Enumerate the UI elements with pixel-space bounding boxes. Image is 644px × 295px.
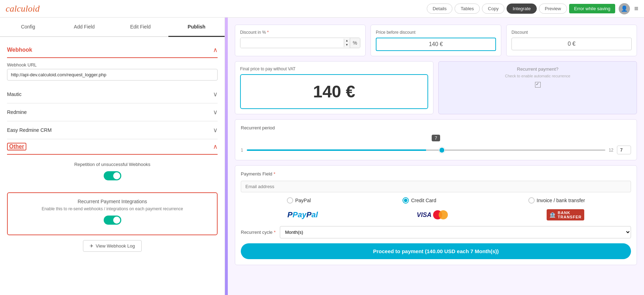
email-input[interactable] [241,181,631,192]
cycle-select[interactable]: Month(s) [280,226,631,238]
webhook-title: Webhook [7,47,32,53]
tables-button[interactable]: Tables [455,4,480,14]
recurrent-payment-box: Recurrent payment? Check to enable autom… [438,61,637,114]
main-layout: Config Add Field Edit Field Publish Webh… [0,18,644,295]
recurrent-toggle-wrap [13,216,211,225]
error-saving-button[interactable]: Error while saving [569,4,615,13]
payments-section: Payments Field * PayPal Credit Card Invo… [235,165,637,265]
payment-methods: PayPal Credit Card Invoice / bank transf… [241,197,631,204]
easy-redmine-label: Easy Redmine CRM [7,127,52,133]
recurrent-cycle-label: Recurrent cycle * [241,230,276,235]
copy-button[interactable]: Copy [482,4,504,14]
top-fields-row: Discount in % * ▲▼ % Price before discou… [235,25,637,56]
invoice-label: Invoice / bank transfer [537,198,585,203]
webhook-url-label: Webhook URL [7,62,218,68]
tabs-row: Config Add Field Edit Field Publish [0,18,225,37]
repetition-toggle-wrap [7,171,218,180]
other-section-header[interactable]: Other ∧ [7,139,218,155]
invoice-method[interactable]: Invoice / bank transfer [528,197,585,204]
tab-publish[interactable]: Publish [168,18,225,37]
recurrent-period-label: Recurrent period [241,125,631,130]
final-price-value: 140 € [240,74,428,109]
tab-add-field[interactable]: Add Field [56,18,112,37]
integrate-button[interactable]: Integrate [507,4,536,14]
easy-redmine-row[interactable]: Easy Redmine CRM ∨ [7,121,218,139]
discount-pct-spinner[interactable]: ▲▼ [344,39,350,47]
paypal-method[interactable]: PayPal [287,197,311,204]
other-chevron-up: ∧ [213,143,218,150]
price-before-label: Price before discount [376,30,496,35]
purple-divider [225,18,228,295]
recurrent-checkbox[interactable] [535,82,541,88]
webhook-url-input[interactable] [7,69,218,81]
details-button[interactable]: Details [427,4,453,14]
mautic-row[interactable]: Mautic ∨ [7,85,218,103]
discount-pct-box: Discount in % * ▲▼ % [235,25,366,56]
mid-fields-row: Final price to pay without VAT 140 € Rec… [235,61,637,114]
visa-text: VISA [417,211,431,219]
recurrent-box-desc: Enable this to re-send webhooks / integr… [13,206,211,211]
mc-orange-circle [439,210,448,219]
recurrent-period-section: Recurrent period 7 1 12 [235,119,637,160]
webhook-log-label: View Webhook Log [96,243,135,249]
payments-label: Payments Field * [241,171,631,177]
redmine-label: Redmine [7,109,27,115]
slider-max: 12 [609,148,613,153]
discount-box: Discount 0 € [506,25,637,56]
credit-card-radio[interactable] [402,197,409,204]
price-before-value: 140 € [376,38,496,51]
left-panel: Config Add Field Edit Field Publish Webh… [0,18,225,295]
invoice-radio[interactable] [528,197,535,204]
webhook-log-button[interactable]: ✈ View Webhook Log [83,240,142,252]
menu-icon[interactable]: ≡ [634,5,638,13]
app-logo: calculoid [6,4,40,14]
bank-icon: 🏦 [549,212,556,218]
discount-pct-input-row: ▲▼ % [240,38,360,48]
slider-value-badge: 7 [432,135,440,141]
recurrent-toggle[interactable] [104,216,121,225]
slider-row: 1 12 [241,146,631,154]
credit-card-method[interactable]: Credit Card [402,197,436,204]
repetition-toggle[interactable] [104,171,121,180]
webhook-section-header[interactable]: Webhook ∧ [7,43,218,58]
paypal-radio[interactable] [287,197,293,204]
mc-circles [433,210,448,219]
recurrent-period-slider[interactable] [247,149,605,151]
webhook-chevron-up: ∧ [213,46,218,54]
tab-config[interactable]: Config [0,18,56,37]
left-content: Webhook ∧ Webhook URL Mautic ∨ Redmine ∨… [0,37,225,261]
redmine-row[interactable]: Redmine ∨ [7,103,218,121]
recurrent-cycle-row: Recurrent cycle * Month(s) [241,226,631,238]
discount-pct-input[interactable] [240,38,344,48]
navbar-actions: Details Tables Copy Integrate Preview Er… [427,3,638,14]
proceed-button[interactable]: Proceed to payment (140.00 USD each 7 Mo… [241,243,631,259]
repetition-group: Repetition of unsuccessful Webhooks [7,159,218,187]
avatar[interactable]: 👤 [619,3,630,14]
recurrent-integrations-box: Recurrent Payment Integrations Enable th… [7,192,218,235]
discount-label: Discount [511,30,632,35]
preview-button[interactable]: Preview [539,4,567,14]
payment-logos: PPayPal VISA 🏦 BANKTRANSFER [241,209,631,220]
slider-min: 1 [241,148,243,153]
bank-transfer-logo: 🏦 BANKTRANSFER [547,209,585,220]
discount-pct-suffix: % [350,38,360,48]
bank-transfer-text: BANKTRANSFER [558,211,582,219]
other-title[interactable]: Other [7,143,26,150]
discount-value: 0 € [511,38,632,50]
mautic-chevron: ∨ [213,90,218,98]
discount-pct-label: Discount in % * [240,30,360,35]
right-panel: Discount in % * ▲▼ % Price before discou… [228,18,644,295]
redmine-chevron: ∨ [213,108,218,116]
recurrent-box-title: Recurrent Payment Integrations [13,199,211,204]
send-icon: ✈ [90,243,94,249]
final-price-label: Final price to pay without VAT [240,66,428,71]
repetition-label: Repetition of unsuccessful Webhooks [7,162,218,167]
final-price-box: Final price to pay without VAT 140 € [235,61,433,114]
mautic-label: Mautic [7,91,21,97]
visa-mc-logo: VISA [417,210,447,219]
navbar: calculoid Details Tables Copy Integrate … [0,0,644,18]
paypal-logo: PPayPal [288,210,318,219]
credit-card-label: Credit Card [411,198,436,203]
tab-edit-field[interactable]: Edit Field [112,18,169,37]
slider-end-input[interactable] [617,146,631,154]
